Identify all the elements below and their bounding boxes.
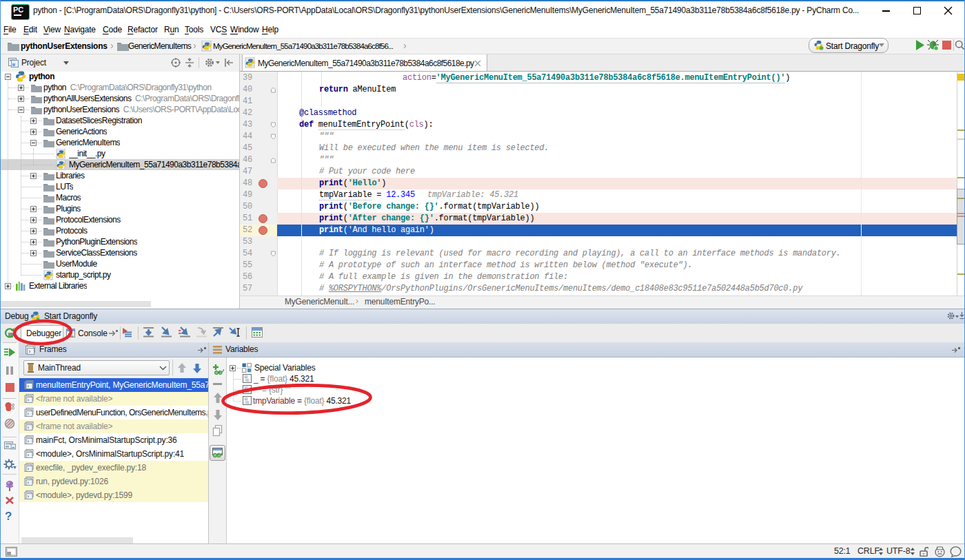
svg-text:T: T	[922, 552, 925, 557]
